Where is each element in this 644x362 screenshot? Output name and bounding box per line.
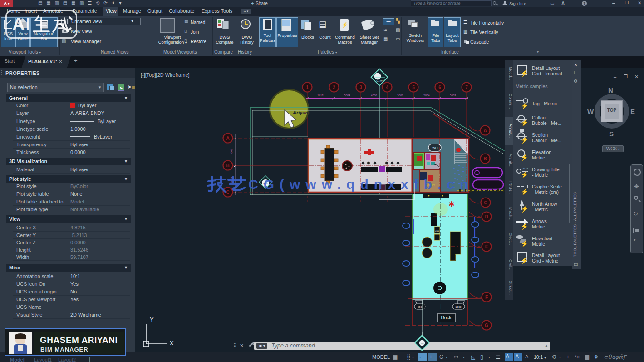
svg-text:100: 100 <box>421 342 424 345</box>
svg-text:2: 2 <box>333 85 335 90</box>
svg-text:1013: 1013 <box>317 94 324 97</box>
svg-text:5003: 5003 <box>450 94 456 97</box>
svg-text:7: 7 <box>465 85 468 90</box>
svg-text:C: C <box>484 200 487 205</box>
svg-text:A: A <box>226 136 229 141</box>
svg-text:A: A <box>483 128 487 133</box>
svg-text:F: F <box>485 295 488 300</box>
svg-text:✱: ✱ <box>448 200 454 208</box>
svg-text:G.RW: G.RW <box>376 79 383 82</box>
svg-text:Y: Y <box>150 316 154 323</box>
svg-text:8541: 8541 <box>230 149 233 154</box>
svg-text:1: 1 <box>306 85 309 90</box>
svg-text:[-][Top][2D Wireframe]: [-][Top][2D Wireframe] <box>141 72 190 78</box>
svg-text:1000: 1000 <box>455 306 462 308</box>
svg-text:B: B <box>226 163 229 168</box>
svg-text:5: 5 <box>412 85 415 90</box>
svg-text:5004: 5004 <box>423 94 430 97</box>
svg-text:X: X <box>170 340 174 347</box>
svg-text:950: 950 <box>418 306 423 308</box>
svg-text:Ariyani: Ariyani <box>292 110 310 115</box>
svg-text:B: B <box>483 156 487 161</box>
svg-text:WC: WC <box>432 146 438 149</box>
svg-text:3: 3 <box>359 85 362 90</box>
svg-text:4500: 4500 <box>371 94 377 97</box>
svg-text:4: 4 <box>386 85 388 90</box>
svg-text:5000: 5000 <box>397 94 403 97</box>
svg-text:5004: 5004 <box>344 94 350 97</box>
svg-text:G: G <box>485 323 488 328</box>
svg-text:E: E <box>485 244 488 249</box>
svg-text:6: 6 <box>438 85 441 90</box>
svg-text:D: D <box>485 214 488 219</box>
svg-text:100: 100 <box>435 229 439 232</box>
svg-text:Dock: Dock <box>441 315 452 320</box>
